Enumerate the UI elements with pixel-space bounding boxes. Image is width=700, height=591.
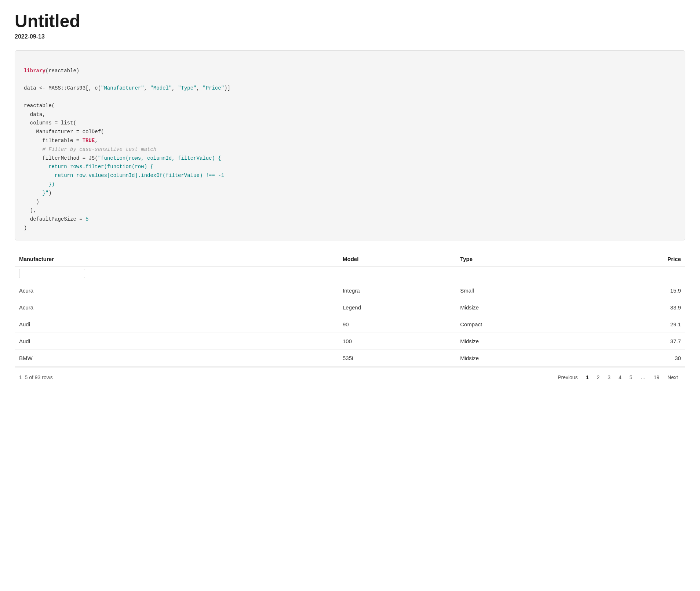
pagination-ellipsis: … [638,373,649,382]
page-date: 2022-09-13 [15,33,685,40]
page-1-button[interactable]: 1 [583,373,592,382]
cell-price-1: 33.9 [589,299,685,316]
data-table: Manufacturer Model Type Price AcuraInteg… [15,252,685,367]
cell-price-4: 30 [589,349,685,366]
col-header-price: Price [589,252,685,266]
cell-price-3: 37.7 [589,333,685,349]
manufacturer-filter-cell [15,266,338,282]
cell-type-0: Small [456,282,589,299]
page-5-button[interactable]: 5 [627,373,635,382]
table-wrapper: Manufacturer Model Type Price AcuraInteg… [15,252,685,387]
col-header-model: Model [338,252,456,266]
col-header-manufacturer: Manufacturer [15,252,338,266]
cell-type-2: Compact [456,316,589,333]
table-header-row: Manufacturer Model Type Price [15,252,685,266]
code-block: library(reactable) data <- MASS::Cars93[… [15,50,685,240]
cell-price-0: 15.9 [589,282,685,299]
cell-model-4: 535i [338,349,456,366]
type-filter-cell [456,266,589,282]
cell-model-3: 100 [338,333,456,349]
cell-model-1: Legend [338,299,456,316]
cell-manufacturer-0: Acura [15,282,338,299]
page-19-button[interactable]: 19 [651,373,663,382]
col-header-type: Type [456,252,589,266]
table-body: AcuraIntegraSmall15.9AcuraLegendMidsize3… [15,282,685,366]
cell-type-3: Midsize [456,333,589,349]
cell-manufacturer-2: Audi [15,316,338,333]
next-page-button[interactable]: Next [664,373,681,382]
page-title: Untitled [15,12,685,31]
pagination-row: 1–5 of 93 rows Previous 1 2 3 4 5 … 19 N… [15,367,685,387]
table-row: BMW535iMidsize30 [15,349,685,366]
table-row: AcuraLegendMidsize33.9 [15,299,685,316]
cell-type-4: Midsize [456,349,589,366]
table-row: Audi90Compact29.1 [15,316,685,333]
manufacturer-filter-input[interactable] [19,269,85,278]
row-count: 1–5 of 93 rows [19,374,53,380]
pagination-controls: Previous 1 2 3 4 5 … 19 Next [555,373,681,382]
page-4-button[interactable]: 4 [616,373,624,382]
table-row: AcuraIntegraSmall15.9 [15,282,685,299]
cell-model-2: 90 [338,316,456,333]
page-3-button[interactable]: 3 [605,373,613,382]
model-filter-cell [338,266,456,282]
cell-price-2: 29.1 [589,316,685,333]
cell-type-1: Midsize [456,299,589,316]
cell-manufacturer-1: Acura [15,299,338,316]
cell-model-0: Integra [338,282,456,299]
table-row: Audi100Midsize37.7 [15,333,685,349]
cell-manufacturer-4: BMW [15,349,338,366]
filter-row [15,266,685,282]
page-2-button[interactable]: 2 [594,373,602,382]
previous-page-button[interactable]: Previous [555,373,580,382]
price-filter-cell [589,266,685,282]
cell-manufacturer-3: Audi [15,333,338,349]
